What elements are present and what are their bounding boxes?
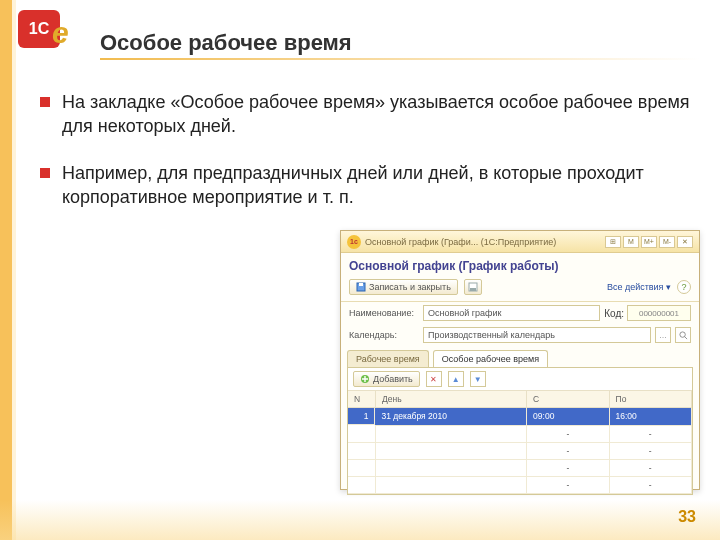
slide-title: Особое рабочее время <box>100 30 352 56</box>
col-from: С <box>527 391 609 408</box>
add-row-label: Добавить <box>373 374 413 384</box>
save-button[interactable] <box>464 279 482 295</box>
col-to: По <box>609 391 691 408</box>
bullet-1: На закладке «Особое рабочее время» указы… <box>40 90 690 139</box>
col-day: День <box>375 391 526 408</box>
tab-special-work-time[interactable]: Особое рабочее время <box>433 350 548 367</box>
bullet-marker <box>40 168 50 178</box>
bullet-text: Например, для предпраздничных дней или д… <box>62 161 690 210</box>
bullet-text: На закладке «Особое рабочее время» указы… <box>62 90 690 139</box>
diskette-icon <box>468 282 478 292</box>
table-row[interactable]: -- <box>348 425 692 442</box>
logo-glyph: e <box>52 16 69 50</box>
code-input[interactable]: 000000001 <box>627 305 691 321</box>
all-actions-link[interactable]: Все действия ▾ <box>607 282 671 292</box>
save-and-close-button[interactable]: Записать и закрыть <box>349 279 458 295</box>
name-label: Наименование: <box>349 308 419 318</box>
move-up-button[interactable]: ▲ <box>448 371 464 387</box>
table-row[interactable]: -- <box>348 442 692 459</box>
tab-work-time[interactable]: Рабочее время <box>347 350 429 367</box>
move-down-button[interactable]: ▼ <box>470 371 486 387</box>
app-window: 1c Основной график (Графи... (1С:Предпри… <box>340 230 700 490</box>
name-input[interactable]: Основной график <box>423 305 600 321</box>
titlebar-m-plus[interactable]: M+ <box>641 236 657 248</box>
svg-rect-3 <box>470 288 476 291</box>
special-days-table[interactable]: N День С По 1 31 декабря 2010 09:00 16:0… <box>348 391 692 494</box>
calendar-input[interactable]: Производственный календарь <box>423 327 651 343</box>
titlebar-tool[interactable]: ⊞ <box>605 236 621 248</box>
delete-row-button[interactable]: ✕ <box>426 371 442 387</box>
table-row[interactable]: -- <box>348 459 692 476</box>
table-row[interactable]: -- <box>348 476 692 493</box>
table-row[interactable]: 1 31 декабря 2010 09:00 16:00 <box>348 408 692 426</box>
svg-line-5 <box>684 336 687 339</box>
window-titlebar: 1c Основной график (Графи... (1С:Предпри… <box>341 231 699 253</box>
code-label: Код: <box>604 308 624 319</box>
svg-rect-1 <box>359 283 363 286</box>
save-and-close-label: Записать и закрыть <box>369 282 451 292</box>
select-button[interactable]: … <box>655 327 671 343</box>
add-row-button[interactable]: Добавить <box>353 371 420 387</box>
help-button[interactable]: ? <box>677 280 691 294</box>
bullet-marker <box>40 97 50 107</box>
close-icon[interactable]: ✕ <box>677 236 693 248</box>
bullet-2: Например, для предпраздничных дней или д… <box>40 161 690 210</box>
form-toolbar: Записать и закрыть Все действия ▾ ? <box>341 277 699 302</box>
app-logo: 1C e <box>18 10 78 58</box>
calendar-label: Календарь: <box>349 330 419 340</box>
app-icon: 1c <box>347 235 361 249</box>
window-caption: Основной график (Графи... (1С:Предприяти… <box>365 237 601 247</box>
titlebar-m[interactable]: M <box>623 236 639 248</box>
lookup-icon[interactable] <box>675 327 691 343</box>
col-n: N <box>348 391 375 408</box>
save-icon <box>356 282 366 292</box>
page-number: 33 <box>678 508 696 526</box>
titlebar-m-minus[interactable]: M- <box>659 236 675 248</box>
slide-content: На закладке «Особое рабочее время» указы… <box>40 90 690 231</box>
form-title: Основной график (График работы) <box>341 253 699 277</box>
plus-icon <box>360 374 370 384</box>
